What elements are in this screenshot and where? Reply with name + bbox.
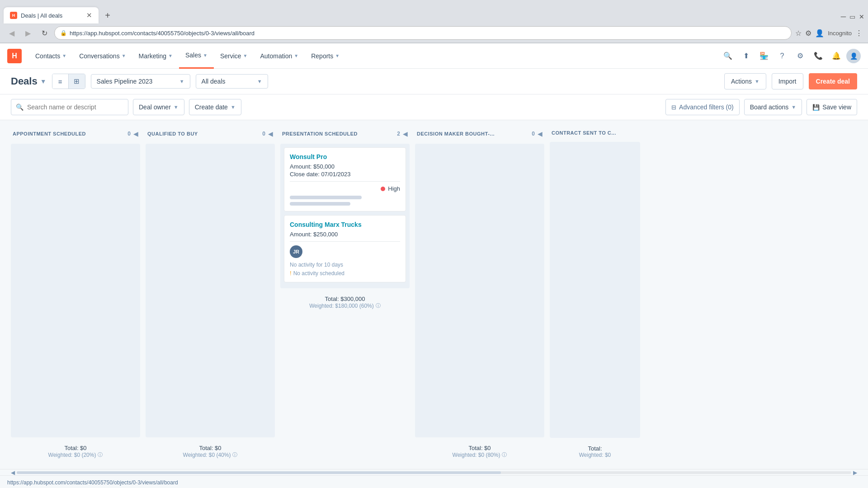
board-actions-btn[interactable]: Board actions ▼ [744,99,802,115]
nav-conversations[interactable]: Conversations ▼ [73,43,132,69]
board-container: APPOINTMENT SCHEDULED 0 ◀ Total: $0 Weig… [0,120,868,469]
column-title-presentation: PRESENTATION SCHEDULED [282,131,358,136]
save-view-btn[interactable]: 💾 Save view [807,99,857,115]
marketplace-icon[interactable]: 🏪 [756,48,772,64]
nav-automation-label: Automation [260,52,292,60]
search-input[interactable] [27,103,123,111]
deal-card-consulting[interactable]: Consulting Marx Trucks Amount: $250,000 … [284,215,406,282]
new-tab-icon: + [105,10,110,21]
column-contract: CONTRACT SENT TO C... Total: Weighted: $… [550,127,640,462]
info-icon-col3[interactable]: ⓘ [502,451,507,458]
scroll-left-arrow[interactable]: ◀ [11,469,15,476]
column-footer-appointment: Total: $0 Weighted: $0 (20%) ⓘ [11,441,140,462]
close-label-wonsult: Close date: [290,171,320,178]
incognito-label: Incognito [828,30,852,37]
pipeline-selector[interactable]: Sales Pipeline 2023 ▼ [91,74,190,89]
settings-icon[interactable]: ⚙ [805,29,811,38]
avatar[interactable]: 👤 [846,49,861,63]
new-tab-button[interactable]: + [100,8,115,23]
nav-reports[interactable]: Reports ▼ [305,43,346,69]
column-cards-presentation: Wonsult Pro Amount: $50,000 Close date: … [280,144,410,288]
deal-owner-filter-btn[interactable]: Deal owner ▼ [133,99,184,115]
nav-contacts[interactable]: Contacts ▼ [29,43,73,69]
column-collapse-presentation[interactable]: ◀ [403,130,408,137]
nav-automation[interactable]: Automation ▼ [254,43,305,69]
create-deal-button[interactable]: Create deal [809,73,857,89]
nav-service[interactable]: Service ▼ [214,43,254,69]
notifications-icon[interactable]: 🔔 [828,48,844,64]
all-deals-filter[interactable]: All deals ▼ [196,74,268,89]
pipeline-chevron: ▼ [179,79,184,84]
exclamation-icon: ! [290,270,292,277]
nav-service-chevron: ▼ [243,53,248,58]
url-text: https://app.hubspot.com/contacts/4005575… [70,30,255,37]
column-collapse-decision[interactable]: ◀ [538,130,542,137]
create-date-filter-btn[interactable]: Create date ▼ [189,99,241,115]
nav-forward-btn[interactable]: ▶ [22,27,34,39]
filter-bar: 🔍 Deal owner ▼ Create date ▼ ⊟ Advanced … [0,94,868,120]
search-nav-icon[interactable]: 🔍 [720,48,736,64]
close-icon[interactable]: ✕ [859,13,864,20]
deal-name-consulting: Consulting Marx Trucks [290,221,400,228]
phone-icon[interactable]: 📞 [810,48,826,64]
scrollbar-thumb[interactable] [17,471,501,474]
address-bar[interactable]: 🔒 https://app.hubspot.com/contacts/40055… [54,26,792,40]
deal-owner-label: Deal owner [139,103,171,111]
nav-marketing[interactable]: Marketing ▼ [132,43,179,69]
more-icon[interactable]: ⋮ [855,29,863,38]
hs-logo[interactable]: H [7,49,22,63]
upgrade-icon[interactable]: ⬆ [738,48,754,64]
search-box[interactable]: 🔍 [11,99,128,115]
nav-marketing-label: Marketing [139,52,166,60]
advanced-filters-label: Advanced filters (0) [679,103,734,111]
column-header-qualified: QUALIFIED TO BUY 0 ◀ [146,127,275,140]
restore-icon[interactable]: ▭ [849,13,855,20]
bookmark-icon[interactable]: ☆ [795,29,802,38]
column-weighted-appointment: Weighted: $0 (20%) ⓘ [13,451,138,458]
actions-label: Actions [731,78,752,85]
view-toggle: ≡ ⊞ [52,74,85,89]
horizontal-scrollbar[interactable]: ◀ ▶ [0,469,868,475]
info-icon-col2[interactable]: ⓘ [376,302,381,309]
column-total-presentation: Total: $300,000 [282,296,408,302]
create-deal-label: Create deal [816,78,850,85]
column-collapse-appointment[interactable]: ◀ [133,130,138,137]
search-icon: 🔍 [16,103,24,111]
import-button[interactable]: Import [772,73,803,89]
column-weighted-decision: Weighted: $0 (80%) ⓘ [417,451,542,458]
board-actions-chevron-icon: ▼ [791,104,796,110]
browser-tab-active[interactable]: H Deals | All deals ✕ [4,7,99,23]
save-view-label: Save view [822,103,851,111]
browser-chrome: H Deals | All deals ✕ + ─ ▭ ✕ [0,0,868,23]
column-header-presentation: PRESENTATION SCHEDULED 2 ◀ [280,127,410,140]
column-collapse-qualified[interactable]: ◀ [268,130,273,137]
scrollbar-track[interactable] [17,471,851,474]
status-url: https://app.hubspot.com/contacts/4005575… [7,479,178,486]
browser-tabs-container: H Deals | All deals ✕ + ─ ▭ ✕ [4,0,864,23]
close-value-wonsult: 07/01/2023 [321,171,350,178]
save-icon: 💾 [812,104,820,111]
nav-sales[interactable]: Sales ▼ [179,43,214,69]
profile-icon[interactable]: 👤 [815,29,824,38]
board-view-btn[interactable]: ⊞ [69,74,85,89]
actions-button[interactable]: Actions ▼ [724,73,766,89]
nav-back-btn[interactable]: ◀ [5,27,18,39]
minimize-icon[interactable]: ─ [841,13,846,21]
info-icon-col1[interactable]: ⓘ [232,451,237,458]
advanced-filters-btn[interactable]: ⊟ Advanced filters (0) [665,99,740,115]
settings-nav-icon[interactable]: ⚙ [792,48,808,64]
column-footer-decision: Total: $0 Weighted: $0 (80%) ⓘ [415,441,544,462]
list-view-btn[interactable]: ≡ [52,74,69,89]
page-title-dropdown-icon[interactable]: ▼ [40,78,47,85]
deal-amount-consulting: Amount: $250,000 [290,231,400,238]
info-icon-col0[interactable]: ⓘ [98,451,103,458]
help-icon[interactable]: ? [774,48,790,64]
scroll-right-arrow[interactable]: ▶ [853,469,857,476]
column-title-appointment: APPOINTMENT SCHEDULED [13,131,86,136]
deal-card-wonsult[interactable]: Wonsult Pro Amount: $50,000 Close date: … [284,147,406,211]
tab-close-icon[interactable]: ✕ [86,11,92,19]
deal-avatar-consulting: JR [290,245,302,258]
column-title-decision: DECISION MAKER BOUGHT-... [417,131,495,136]
nav-refresh-btn[interactable]: ↻ [38,27,51,39]
board-actions-label: Board actions [750,103,789,111]
